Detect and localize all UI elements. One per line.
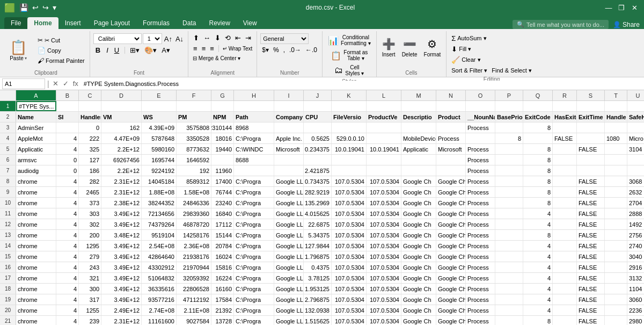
cell[interactable]: 3.49E+12 bbox=[101, 284, 142, 294]
cell[interactable]: Microsoft bbox=[274, 144, 304, 154]
col-header-P[interactable]: P bbox=[495, 90, 523, 100]
cell[interactable] bbox=[605, 284, 627, 294]
cell[interactable]: 107.0.5304 bbox=[332, 230, 367, 240]
cell-styles-btn[interactable]: 🗂 CellStyles ▾ bbox=[326, 63, 373, 77]
cell[interactable]: 69267456 bbox=[101, 155, 142, 165]
cell[interactable]: audiodg bbox=[16, 165, 56, 176]
comma-btn[interactable]: , bbox=[282, 46, 287, 54]
cell[interactable]: Google Ch bbox=[436, 208, 466, 219]
cell[interactable]: chrome bbox=[16, 230, 56, 240]
cell[interactable]: 4 bbox=[523, 241, 553, 251]
cell[interactable]: 4 bbox=[56, 176, 79, 186]
col-header-B[interactable]: B bbox=[56, 90, 79, 100]
cell[interactable]: Process bbox=[466, 208, 495, 219]
cell[interactable]: 3.49E+12 bbox=[101, 273, 142, 283]
cell[interactable]: Google Ch bbox=[436, 262, 466, 272]
cell[interactable]: Process bbox=[466, 305, 495, 315]
cell[interactable]: C:\Progra bbox=[234, 316, 274, 325]
cell[interactable]: FALSE bbox=[577, 230, 605, 240]
cell[interactable]: 107.0.5304 bbox=[367, 176, 401, 186]
cell[interactable] bbox=[142, 101, 177, 111]
cell[interactable]: FALSE bbox=[553, 133, 577, 143]
cell[interactable]: 22.6875 bbox=[304, 219, 332, 229]
cell[interactable]: PM bbox=[177, 112, 211, 122]
cell[interactable]: Google Ch bbox=[436, 316, 466, 325]
cell[interactable]: SafeH bbox=[627, 112, 644, 122]
indent-increase-btn[interactable]: ⇥ bbox=[244, 33, 253, 42]
cell[interactable]: 74379264 bbox=[142, 219, 177, 229]
cell[interactable]: 107.0.5304 bbox=[367, 187, 401, 197]
bold-btn[interactable]: B bbox=[93, 46, 103, 55]
cell[interactable] bbox=[436, 155, 466, 165]
tab-home[interactable]: Home bbox=[27, 17, 58, 29]
cell[interactable] bbox=[274, 155, 304, 165]
cell[interactable]: 325 bbox=[79, 144, 101, 154]
cell[interactable]: 107.0.5304 bbox=[332, 251, 367, 262]
cell[interactable]: 16024 bbox=[211, 251, 234, 262]
cell[interactable] bbox=[605, 101, 627, 111]
cell[interactable]: Google Ch bbox=[401, 316, 436, 325]
col-header-F[interactable]: F bbox=[177, 90, 211, 100]
cell[interactable]: 4 bbox=[523, 294, 553, 305]
cell[interactable] bbox=[605, 273, 627, 283]
cell[interactable] bbox=[577, 155, 605, 165]
cell[interactable]: Path bbox=[234, 112, 274, 122]
cell[interactable]: 8 bbox=[523, 144, 553, 154]
cell[interactable]: C:\Progra bbox=[234, 305, 274, 315]
cell[interactable]: 4 bbox=[523, 251, 553, 262]
cell[interactable] bbox=[553, 294, 577, 305]
cell[interactable]: FALSE bbox=[577, 262, 605, 272]
cell[interactable] bbox=[367, 101, 401, 111]
cell[interactable]: 127 bbox=[79, 155, 101, 165]
cell[interactable] bbox=[577, 133, 605, 143]
cell[interactable]: 2756 bbox=[627, 230, 644, 240]
cell[interactable] bbox=[523, 101, 553, 111]
cell[interactable]: 15816 bbox=[211, 262, 234, 272]
cell[interactable]: Google LL bbox=[274, 241, 304, 251]
cell[interactable] bbox=[466, 133, 495, 143]
cell[interactable]: Product bbox=[436, 112, 466, 122]
cell[interactable]: WS bbox=[142, 112, 177, 122]
cell[interactable] bbox=[605, 155, 627, 165]
cell[interactable]: 192 bbox=[177, 165, 211, 176]
cut-button[interactable]: ✂ ✂ Cut bbox=[36, 35, 86, 45]
cell[interactable] bbox=[495, 208, 523, 219]
table-row[interactable]: 15chrome42793.49E+1242864640219381761602… bbox=[0, 251, 644, 262]
cell[interactable]: 4 bbox=[56, 284, 79, 294]
cell[interactable]: 24846336 bbox=[177, 198, 211, 208]
table-row[interactable]: 16chrome42433.49E+1243302912219709441581… bbox=[0, 262, 644, 273]
cell[interactable]: ProductVe bbox=[367, 112, 401, 122]
col-header-N[interactable]: N bbox=[436, 90, 466, 100]
cell[interactable]: ExitTime bbox=[577, 112, 605, 122]
table-row[interactable]: 17chrome43213.49E+1251064832320593921622… bbox=[0, 273, 644, 284]
customize-quick-btn[interactable]: ▾ bbox=[52, 2, 57, 13]
cell[interactable]: 4 bbox=[523, 262, 553, 272]
cell[interactable]: Google Ch bbox=[401, 230, 436, 240]
cell[interactable] bbox=[553, 208, 577, 219]
cell[interactable] bbox=[553, 273, 577, 283]
col-header-J[interactable]: J bbox=[304, 90, 332, 100]
col-header-K[interactable]: K bbox=[332, 90, 367, 100]
table-row[interactable]: 21chrome42392.31E+1211161600902758413728… bbox=[0, 316, 644, 325]
cell[interactable] bbox=[605, 165, 627, 176]
cell[interactable]: 282.9219 bbox=[304, 187, 332, 197]
table-row[interactable]: 3AdminSer01624.39E+09357580823101448968P… bbox=[0, 122, 644, 133]
cell[interactable]: 13728 bbox=[211, 316, 234, 325]
cell[interactable] bbox=[523, 133, 553, 143]
cell[interactable]: Google Ch bbox=[436, 284, 466, 294]
cell[interactable]: Google Ch bbox=[401, 273, 436, 283]
cell[interactable]: 107.0.5304 bbox=[332, 294, 367, 305]
cell[interactable]: 21392 bbox=[211, 305, 234, 315]
currency-btn[interactable]: $▾ bbox=[260, 46, 270, 54]
cell[interactable]: 107.0.5304 bbox=[332, 273, 367, 283]
cell[interactable]: 107.0.5304 bbox=[367, 208, 401, 219]
cell[interactable]: 107.0.5304 bbox=[332, 208, 367, 219]
format-as-table-btn[interactable]: 📋 Format asTable ▾ bbox=[326, 48, 373, 62]
cell[interactable]: BasePrior bbox=[495, 112, 523, 122]
cell[interactable]: Google Ch bbox=[436, 241, 466, 251]
cell[interactable]: 16160 bbox=[211, 284, 234, 294]
cell[interactable]: FALSE bbox=[577, 198, 605, 208]
cell[interactable]: 107.0.5304 bbox=[367, 284, 401, 294]
cell[interactable] bbox=[367, 165, 401, 176]
underline-btn[interactable]: U bbox=[112, 46, 121, 55]
